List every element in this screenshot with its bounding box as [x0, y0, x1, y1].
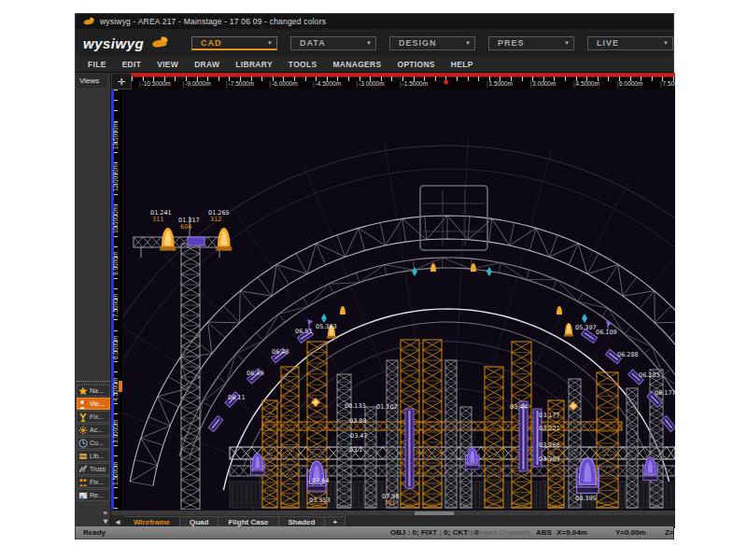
svg-text:06.51: 06.51 — [295, 328, 313, 335]
svg-text:03.177: 03.177 — [539, 412, 560, 419]
status-faint-text: Unlinked Channels — [468, 528, 530, 537]
svg-text:03.353: 03.353 — [309, 497, 331, 504]
svg-text:06.109: 06.109 — [596, 329, 617, 336]
app-logo-icon — [83, 18, 95, 26]
renderings-icon — [78, 487, 88, 504]
ruler-label: 6.0000m — [112, 336, 119, 359]
ruler-label: -6.0000m — [269, 80, 297, 87]
panel-button-re[interactable]: Re... — [77, 489, 110, 501]
svg-text:312: 312 — [210, 216, 221, 223]
left-sidebar: Views Na...Vie...Fix...Ac...Co...Lib...T… — [76, 73, 111, 528]
viewport-column: ✛ -10.5000m-9.0000m-7.5000m-6.0000m-4.50… — [111, 73, 673, 528]
ruler-label: 6.0000m — [616, 80, 642, 87]
mode-button-cad[interactable]: CAD▼ — [191, 36, 277, 50]
ruler-label: -4.5000m — [313, 80, 341, 87]
horizontal-ruler[interactable]: -10.5000m-9.0000m-7.5000m-6.0000m-4.5000… — [132, 73, 675, 90]
ruler-origin-button[interactable]: ✛ — [111, 73, 132, 90]
chevron-down-icon: ▼ — [564, 40, 570, 46]
svg-text:06.48: 06.48 — [272, 348, 289, 356]
svg-text:06.288: 06.288 — [617, 351, 639, 358]
ruler-label: 1.5000m — [112, 462, 119, 485]
mode-button-data[interactable]: DATA▼ — [290, 36, 376, 50]
svg-text:311: 311 — [152, 216, 163, 223]
mode-button-live[interactable]: LIVE▼ — [587, 36, 673, 50]
svg-text:06.11: 06.11 — [228, 394, 246, 401]
chevron-down-icon: ▼ — [663, 40, 669, 46]
ruler-label: -3.0000m — [356, 80, 384, 87]
title-bar: wysiwyg - AREA 217 - Mainstage - 17 06 0… — [76, 14, 673, 29]
ruler-label: 7.5000m — [660, 80, 675, 87]
chevron-down-icon: ▼ — [267, 40, 273, 46]
expand-chevron-icon[interactable]: » — [103, 509, 106, 517]
svg-text:03.1: 03.1 — [349, 446, 362, 454]
status-counts: OBJ : 0; FIXT : 0; CKT : 0 — [390, 528, 479, 537]
svg-text:03.89: 03.89 — [349, 417, 367, 425]
cad-viewport[interactable]: 01.24131101.31760401.26531206.5105.36306… — [122, 90, 675, 510]
svg-text:03.221: 03.221 — [539, 425, 560, 432]
svg-text:701: 701 — [384, 499, 395, 507]
menu-view[interactable]: VIEW — [157, 60, 178, 69]
menu-draw[interactable]: DRAW — [194, 60, 219, 69]
svg-text:05.363: 05.363 — [316, 323, 337, 330]
ruler-label: 3.0000m — [529, 80, 556, 87]
sidebar-footer[interactable]: » ▾ — [103, 509, 106, 525]
mode-buttons: CAD▼DATA▼DESIGN▼PRES▼LIVE▼ — [191, 36, 673, 50]
svg-text:00.133: 00.133 — [345, 402, 366, 410]
menu-edit[interactable]: EDIT — [122, 60, 142, 69]
ruler-label: 12.0000m — [112, 164, 119, 191]
ruler-label: 1.5000m — [486, 80, 513, 87]
ruler-label: 3.0000m — [112, 420, 119, 443]
status-bar: Ready OBJ : 0; FIXT : 0; CKT : 0 Unlinke… — [76, 526, 673, 539]
status-z-coordinate: Z= — [665, 528, 674, 537]
ruler-label: -10.5000m — [139, 80, 171, 87]
collapse-arrow-icon[interactable]: ▾ — [103, 517, 106, 525]
svg-text:03.47: 03.47 — [350, 432, 368, 440]
menu-tools[interactable]: TOOLS — [289, 60, 317, 69]
canvas-row: 13.5000m12.0000m10.5000m9.0000m7.5000m6.… — [111, 90, 675, 510]
svg-text:03.303: 03.303 — [539, 455, 560, 463]
views-panel-tab[interactable]: Views — [77, 74, 107, 88]
menu-library[interactable]: LIBRARY — [235, 60, 273, 69]
ruler-label: -1.5000m — [400, 80, 428, 87]
status-y-coordinate: Y=0.00m — [615, 528, 646, 537]
svg-text:01.102: 01.102 — [376, 403, 398, 411]
svg-text:03.395: 03.395 — [575, 495, 597, 502]
menu-managers[interactable]: MANAGERS — [332, 60, 381, 69]
menu-help[interactable]: HELP — [451, 60, 473, 69]
logo-bird-icon — [151, 36, 170, 49]
status-ready: Ready — [83, 528, 106, 537]
menu-file[interactable]: FILE — [88, 60, 106, 69]
mode-toolbar: wysiwyg CAD▼DATA▼DESIGN▼PRES▼LIVE▼ — [76, 29, 673, 58]
svg-text:07.64: 07.64 — [312, 477, 330, 484]
ruler-label: 4.5000m — [112, 378, 119, 401]
svg-text:604: 604 — [180, 223, 191, 231]
ruler-label: 7.5000m — [112, 294, 119, 317]
window-title: wysiwyg - AREA 217 - Mainstage - 17 06 0… — [100, 17, 326, 26]
ruler-label: -9.0000m — [182, 80, 210, 87]
tab-scroll-left-icon[interactable]: ◄ — [111, 518, 124, 526]
status-x-coordinate: X=9.04m — [557, 528, 587, 537]
chevron-down-icon: ▼ — [366, 40, 372, 46]
menu-bar: FILEEDITVIEWDRAWLIBRARYTOOLSMANAGERSOPTI… — [76, 57, 673, 73]
svg-text:06.49: 06.49 — [247, 370, 264, 377]
mode-button-pres[interactable]: PRES▼ — [488, 36, 574, 50]
app-window: wysiwyg - AREA 217 - Mainstage - 17 06 0… — [75, 13, 674, 539]
logo-wordmark: wysiwyg — [83, 35, 144, 51]
chevron-down-icon: ▼ — [465, 40, 471, 46]
status-coord-mode: ABS — [536, 528, 552, 537]
menu-options[interactable]: OPTIONS — [397, 60, 434, 69]
svg-text:03.44: 03.44 — [510, 403, 528, 411]
ruler-label: 4.5000m — [573, 80, 599, 87]
ruler-origin-marker: ◆ — [443, 77, 448, 86]
ruler-label: 13.5000m — [112, 122, 119, 149]
svg-text:03.268: 03.268 — [539, 441, 560, 449]
mode-button-design[interactable]: DESIGN▼ — [389, 36, 475, 50]
panel-shortcut-stack: Na...Vie...Fix...Ac...Co...Lib...TrussFi… — [77, 381, 110, 502]
content-row: Views Na...Vie...Fix...Ac...Co...Lib...T… — [76, 73, 673, 528]
svg-text:06.177: 06.177 — [655, 389, 675, 397]
vertical-ruler[interactable]: 13.5000m12.0000m10.5000m9.0000m7.5000m6.… — [111, 90, 122, 510]
ruler-label: 9.0000m — [112, 252, 119, 275]
svg-text:06.283: 06.283 — [639, 371, 660, 379]
wysiwyg-logo: wysiwyg — [83, 35, 191, 51]
ruler-row: ✛ -10.5000m-9.0000m-7.5000m-6.0000m-4.50… — [111, 73, 675, 90]
